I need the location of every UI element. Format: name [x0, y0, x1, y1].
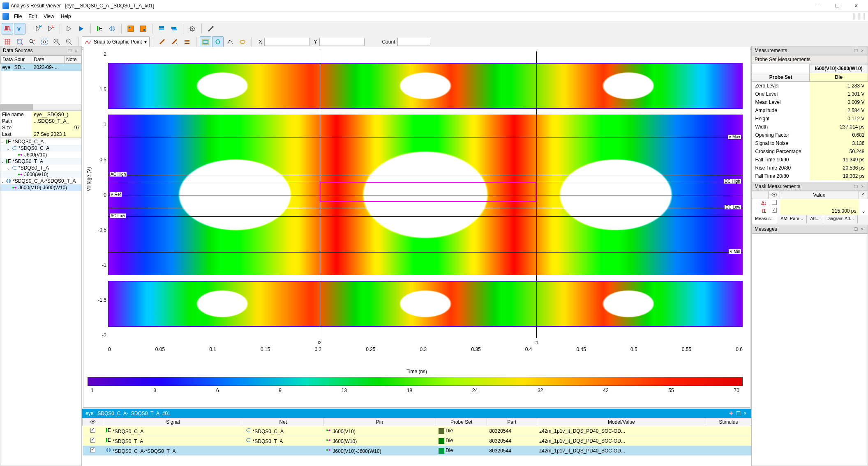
drag-handle[interactable]: [853, 14, 866, 19]
undock-icon[interactable]: ❐: [853, 48, 859, 50]
menu-file[interactable]: File: [11, 13, 25, 20]
voltage-mode-button[interactable]: V: [14, 23, 25, 34]
svg-text:V: V: [17, 26, 21, 32]
y-readout: [319, 38, 365, 46]
svg-rect-8: [143, 29, 145, 31]
grid-b-button[interactable]: [137, 23, 149, 34]
menu-help[interactable]: Help: [58, 13, 74, 20]
svg-point-14: [192, 28, 193, 30]
waveform-mode-button[interactable]: [2, 23, 13, 34]
settings-button[interactable]: [187, 23, 198, 34]
toolbar-area: V P D E Snap to Graphic Point ▾: [0, 21, 868, 50]
svg-rect-3: [97, 26, 98, 31]
svg-rect-23: [203, 40, 208, 44]
svg-text:D: D: [51, 25, 54, 29]
svg-rect-12: [172, 29, 177, 30]
svg-rect-11: [171, 27, 176, 29]
data-sources-header: Data Sources ❐ ×: [0, 46, 82, 50]
svg-text:P: P: [39, 25, 42, 29]
undock-icon[interactable]: ❐: [67, 48, 72, 50]
stack-b-button[interactable]: [168, 23, 180, 34]
svg-rect-6: [129, 27, 130, 28]
play-filled-button[interactable]: [76, 23, 87, 34]
stack-a-button[interactable]: [156, 23, 167, 34]
menu-edit[interactable]: Edit: [25, 13, 40, 20]
snap-label: Snap to Graphic Point: [94, 39, 142, 45]
chevron-down-icon: ▾: [144, 39, 147, 45]
play-d-button[interactable]: D: [45, 23, 56, 34]
eye-diagram-chart[interactable]: Voltage (V) 21.510.50-0.5-1-1.5-2 V MaxA…: [83, 47, 750, 50]
svg-rect-9: [159, 26, 164, 28]
count-readout: [397, 38, 430, 46]
close-icon[interactable]: ×: [859, 48, 865, 50]
svg-point-20: [43, 41, 46, 43]
diff-mode-button[interactable]: [106, 23, 118, 34]
svg-point-18: [34, 40, 35, 41]
play-p-button[interactable]: P: [32, 23, 44, 34]
grid-a-button[interactable]: [125, 23, 136, 34]
window-titlebar: Analysis Result Viewer - [eye__SDQS0_C_A…: [0, 0, 868, 11]
measurements-header: Measurements ❐ ×: [752, 46, 868, 50]
svg-rect-19: [42, 39, 47, 45]
app-icon: [2, 2, 9, 9]
count-label: Count: [382, 39, 395, 45]
probe-button[interactable]: [205, 23, 217, 34]
svg-rect-10: [159, 28, 164, 30]
menubar: File Edit View Help: [0, 11, 868, 21]
svg-text:E: E: [99, 26, 102, 32]
y-label: Y: [314, 39, 317, 45]
svg-point-25: [240, 40, 245, 44]
svg-point-15: [212, 26, 214, 28]
minimize-button[interactable]: —: [809, 1, 828, 11]
close-button[interactable]: ✕: [847, 1, 866, 11]
close-icon[interactable]: ×: [73, 48, 79, 50]
play-button[interactable]: [63, 23, 75, 34]
svg-point-17: [30, 39, 33, 43]
group-e-button[interactable]: E: [94, 23, 106, 34]
maximize-button[interactable]: ☐: [828, 1, 847, 11]
x-readout: [264, 38, 309, 46]
window-title: Analysis Result Viewer - [eye__SDQS0_C_A…: [11, 3, 809, 9]
doc-icon: [2, 13, 9, 20]
x-label: X: [259, 39, 262, 45]
menu-view[interactable]: View: [40, 13, 58, 20]
